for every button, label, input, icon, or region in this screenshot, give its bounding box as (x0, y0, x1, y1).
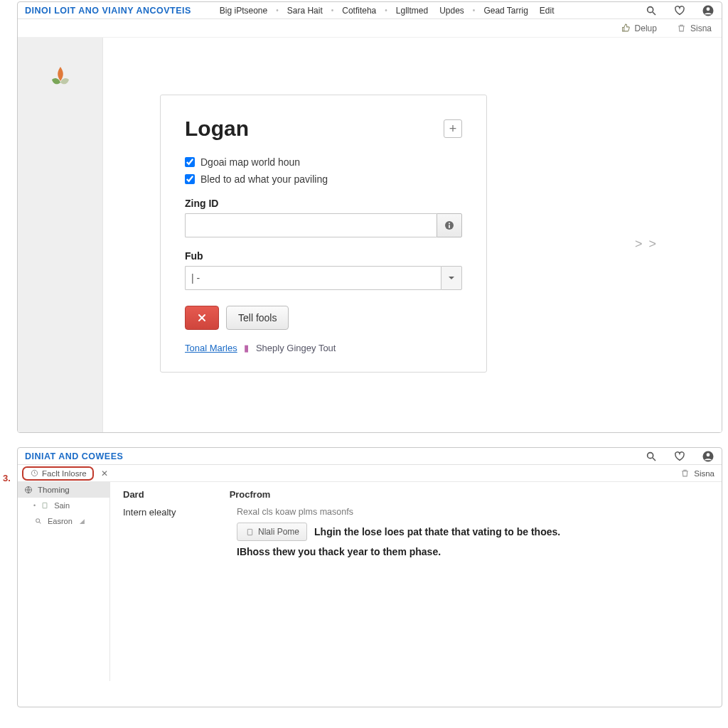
zing-id-row (185, 213, 462, 237)
heart-icon[interactable] (673, 4, 686, 17)
button-row: Tell fools (185, 306, 462, 330)
trash-icon (677, 23, 687, 33)
svg-point-9 (648, 452, 653, 458)
nav-item-2[interactable]: Cotfiteha (342, 6, 376, 16)
login-card: Logan + Dgoai map world houn Bled to ad … (160, 95, 487, 373)
svg-point-3 (707, 7, 710, 11)
nav-item-4[interactable]: Updes (439, 6, 464, 16)
nav-item-3[interactable]: Lglltmed (396, 6, 428, 16)
checkbox-2-label: Bled to ad what your paviling (200, 173, 328, 185)
side2-item-3[interactable]: Easron ◢ (18, 513, 109, 529)
svg-rect-18 (247, 529, 252, 535)
col-header-1: Dard (123, 489, 144, 500)
cancel-button[interactable] (185, 306, 219, 330)
add-button[interactable]: + (444, 119, 462, 138)
window1-body: Logan + Dgoai map world houn Bled to ad … (18, 38, 722, 432)
trash-icon (680, 469, 690, 478)
zing-id-info-button[interactable] (437, 213, 462, 237)
checkbox-2[interactable] (185, 174, 195, 184)
thumbs-up-icon (621, 23, 631, 33)
svg-point-16 (36, 519, 40, 523)
content-2: Dard Procfrom Intern elealty Rexal cls k… (110, 482, 722, 681)
link-sep-icon: ▮ (244, 343, 249, 353)
svg-point-5 (449, 223, 450, 224)
window2-body: Thoming • Sain Easron ◢ (18, 482, 722, 681)
inline-button[interactable]: Nlali Pome (237, 523, 307, 541)
tab-bar: Faclt Inlosre ✕ Sisna (18, 465, 722, 482)
col-header-2: Procfrom (230, 489, 271, 500)
fub-label: Fub (185, 250, 462, 262)
nav-sep: • (473, 6, 476, 14)
top-navbar: DINOI LOIT ANO VIAINY ANCOVTEIS Big iPts… (18, 2, 722, 19)
sub2-right-label: Sisna (694, 469, 714, 478)
svg-line-10 (653, 458, 655, 461)
doc-small-icon (245, 527, 255, 537)
card-header: Logan + (185, 117, 462, 141)
search-icon[interactable] (645, 4, 658, 17)
footer-links: Tonal Marles ▮ Sheply Gingey Tout (185, 343, 462, 353)
nav-item-5[interactable]: Gead Tarrig (483, 6, 528, 16)
side2-item-2[interactable]: • Sain (18, 498, 109, 513)
inline-btn-label: Nlali Pome (258, 527, 299, 537)
footer-link-2[interactable]: Sheply Gingey Tout (256, 343, 336, 353)
heart-icon[interactable] (673, 450, 686, 463)
footer-link-1[interactable]: Tonal Marles (185, 343, 237, 353)
navbar-2: DINIAT AND COWEES (18, 448, 722, 465)
next-chevrons[interactable]: > > (635, 237, 658, 252)
card-title: Logan (185, 117, 249, 141)
bullet-icon: • (33, 502, 36, 509)
side2-label-1: Thoming (38, 486, 70, 494)
sub-left-label: Delup (635, 23, 657, 33)
user-circle-icon[interactable] (702, 450, 714, 463)
nav-items: Big iPtseone• Sara Hait• Cotfiteha• Lgll… (220, 6, 555, 16)
nav-sep: • (385, 6, 387, 14)
row-value: Rexal cls koaw plms masonfs Nlali Pome L… (237, 507, 709, 560)
checkbox-row-1[interactable]: Dgoai map world houn (185, 156, 462, 168)
nav-sep: • (331, 6, 334, 14)
side2-item-1[interactable]: Thoming (18, 482, 109, 498)
main-content: Logan + Dgoai map world houn Bled to ad … (103, 38, 722, 432)
svg-line-1 (653, 12, 655, 15)
svg-rect-6 (449, 225, 450, 228)
nav-item-6[interactable]: Edit (540, 6, 555, 16)
fub-row: | - (185, 266, 462, 290)
user-circle-icon[interactable] (702, 4, 714, 17)
checkbox-1[interactable] (185, 157, 195, 167)
tab-label: Faclt Inlosre (42, 469, 87, 478)
nav2-right-icons (645, 450, 714, 463)
svg-rect-15 (43, 503, 47, 508)
window-secondary: DINIAT AND COWEES Faclt Inlosre (17, 447, 722, 707)
nav-item-1[interactable]: Sara Hait (287, 6, 323, 16)
nav-sep: • (276, 6, 279, 14)
checkbox-row-2[interactable]: Bled to ad what your paviling (185, 173, 462, 185)
sidebar-2: Thoming • Sain Easron ◢ (18, 482, 110, 681)
svg-point-0 (648, 6, 653, 12)
sub-item-right[interactable]: Sisna (677, 23, 712, 33)
nav-item-0[interactable]: Big iPtseone (220, 6, 267, 16)
side2-label-3: Easron (48, 517, 73, 525)
search-icon[interactable] (645, 450, 658, 463)
left-sidebar (18, 38, 103, 432)
sub-right-label: Sisna (690, 23, 712, 33)
active-tab[interactable]: Faclt Inlosre (22, 466, 94, 481)
sub-item-left[interactable]: Delup (621, 23, 657, 33)
fub-select[interactable]: | - (185, 266, 441, 290)
nav-right-icons (645, 4, 714, 17)
fub-caret[interactable] (441, 266, 462, 290)
tab-close-icon[interactable]: ✕ (101, 469, 108, 478)
zing-id-input[interactable] (185, 213, 437, 237)
svg-point-12 (707, 453, 710, 456)
column-headers: Dard Procfrom (123, 489, 709, 500)
brand-title: DINOI LOIT ANO VIAINY ANCOVTEIS (25, 6, 191, 16)
zing-id-label: Zing ID (185, 198, 462, 209)
sub-toolbar: Delup Sisna (18, 19, 722, 38)
svg-line-17 (39, 522, 41, 523)
row-subtle: Rexal cls koaw plms masonfs (237, 507, 709, 517)
secondary-button[interactable]: Tell fools (226, 306, 289, 330)
caret-icon: ◢ (80, 518, 85, 525)
brand-2: DINIAT AND COWEES (25, 451, 123, 461)
doc-icon (40, 500, 50, 510)
clock-icon (29, 469, 39, 478)
sub2-right[interactable]: Sisna (680, 469, 722, 478)
checkbox-1-label: Dgoai map world houn (200, 156, 300, 168)
